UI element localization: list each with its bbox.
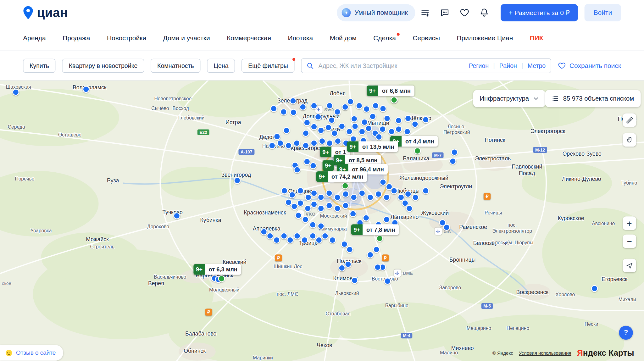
nav-item-5[interactable]: Ипотека [288,34,313,42]
map-marker[interactable] [310,162,317,169]
map-marker[interactable] [290,109,297,116]
map-marker[interactable] [299,103,306,110]
map-cluster[interactable]: 9+от 74,2 млн [316,171,367,182]
map-marker[interactable] [367,194,374,201]
map-marker[interactable] [367,251,374,258]
map-marker[interactable] [342,191,349,197]
map-marker[interactable] [302,142,309,149]
map-marker[interactable] [267,232,274,239]
map-marker-green[interactable] [376,235,383,242]
map-marker[interactable] [386,183,392,190]
map-marker[interactable] [326,202,333,209]
map-marker[interactable] [325,124,332,131]
map-marker[interactable] [303,119,310,126]
map[interactable]: ШаховскаяВолоколамскНовопетровскоеСычёво… [0,80,644,361]
map-marker[interactable] [341,241,348,247]
map-marker[interactable] [374,264,381,271]
map-marker[interactable] [422,116,429,123]
map-marker[interactable] [451,149,458,156]
ruler-tool-button[interactable] [623,113,636,127]
map-marker[interactable] [372,102,379,109]
geo-link-район[interactable]: Район [499,62,517,69]
filter-button-3[interactable]: Цена [207,58,235,72]
map-marker[interactable] [449,158,456,165]
map-marker[interactable] [318,223,325,230]
map-marker[interactable] [274,133,280,140]
map-marker[interactable] [310,102,317,109]
map-marker[interactable] [334,194,341,201]
map-marker[interactable] [422,187,429,194]
map-marker[interactable] [331,130,338,137]
filter-button-2[interactable]: Комнатность [151,58,201,72]
map-marker[interactable] [363,214,369,221]
map-marker[interactable] [273,236,280,243]
map-marker[interactable] [318,194,325,201]
map-marker[interactable] [412,194,419,201]
nav-item-2[interactable]: Новостройки [107,34,146,42]
map-marker[interactable] [326,102,333,109]
notifications-icon[interactable] [479,8,490,18]
map-marker[interactable] [319,138,326,145]
map-marker[interactable] [285,142,292,149]
map-marker[interactable] [322,232,329,239]
favorites-icon[interactable] [459,8,470,18]
map-marker[interactable] [302,216,309,223]
map-marker[interactable] [293,140,300,147]
map-marker[interactable] [295,212,302,219]
yandex-maps-logo[interactable]: Яндекс Карты [577,348,634,358]
map-marker[interactable] [356,102,363,109]
filter-button-0[interactable]: Купить [23,58,56,72]
map-marker[interactable] [365,125,372,132]
map-marker[interactable] [383,216,390,223]
map-marker[interactable] [294,166,301,173]
nav-item-10[interactable]: ПИК [530,34,543,42]
nav-item-6[interactable]: Мой дом [330,34,357,42]
map-marker[interactable] [342,103,349,110]
map-marker[interactable] [302,130,309,137]
map-cluster[interactable]: 9+от 13,5 млн [347,141,398,152]
map-marker[interactable] [287,236,294,243]
map-marker[interactable] [334,108,341,115]
nav-item-1[interactable]: Продажа [63,34,90,42]
map-marker[interactable] [380,179,386,186]
messages-icon[interactable] [439,8,450,18]
map-cluster[interactable]: 9+от 7,8 млн [351,224,399,235]
map-marker[interactable] [380,105,386,112]
map-marker[interactable] [303,158,310,165]
map-marker[interactable] [234,177,241,184]
map-marker[interactable] [363,106,370,113]
map-marker[interactable] [395,126,402,133]
map-marker[interactable] [280,108,287,115]
filter-button-1[interactable]: Квартиру в новостройке [62,58,144,72]
map-marker[interactable] [346,246,353,253]
map-marker[interactable] [351,277,358,284]
map-marker[interactable] [297,200,304,207]
nav-item-9[interactable]: Приложение Циан [457,34,513,42]
map-marker[interactable] [277,140,284,147]
map-marker[interactable] [310,140,317,147]
map-marker[interactable] [388,128,395,135]
map-marker[interactable] [328,117,335,124]
map-cluster[interactable]: 9+от 6,8 млн [367,86,414,96]
map-marker[interactable] [260,228,267,235]
map-marker[interactable] [310,190,317,197]
map-marker[interactable] [294,232,301,239]
nav-item-4[interactable]: Коммерческая [227,34,271,42]
map-marker[interactable] [280,232,287,239]
map-marker[interactable] [304,205,311,212]
nav-item-8[interactable]: Сервисы [413,34,440,42]
help-button[interactable]: ? [619,326,633,340]
map-marker[interactable] [291,203,298,210]
map-marker[interactable] [379,126,386,133]
map-marker[interactable] [314,113,321,120]
map-marker[interactable] [345,261,352,268]
infrastructure-dropdown[interactable]: Инфраструктура [473,90,546,107]
map-marker-green[interactable] [391,97,397,103]
map-marker[interactable] [289,192,296,198]
map-marker[interactable] [375,133,382,140]
map-marker[interactable] [405,191,412,197]
map-marker[interactable] [83,86,90,93]
map-marker[interactable] [326,190,333,197]
map-marker[interactable] [405,115,412,122]
map-marker[interactable] [406,205,413,212]
